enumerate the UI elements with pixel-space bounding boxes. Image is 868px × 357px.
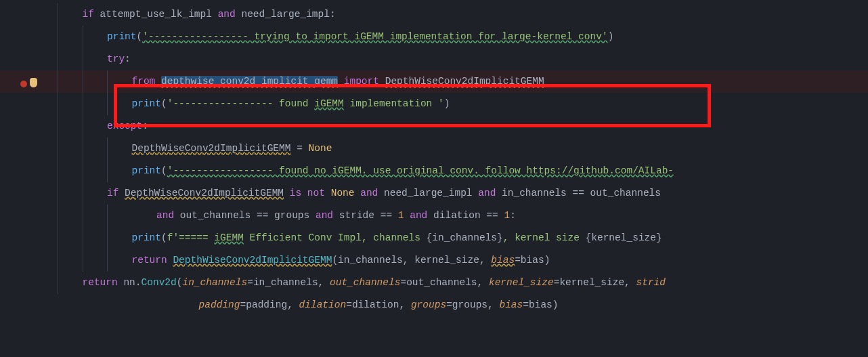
lightbulb-icon[interactable] <box>30 78 37 87</box>
fn-print: print <box>132 98 162 109</box>
code-line[interactable]: print(f'===== iGEMM Efficient Conv Impl,… <box>58 227 868 249</box>
string-literal: Efficient Conv Impl, channels <box>244 232 427 243</box>
identifier: need_large_impl <box>384 188 473 198</box>
keyword-and: and <box>360 188 378 198</box>
keyword-and: and <box>316 210 333 221</box>
code-editor[interactable]: if attempt_use_lk_impl and need_large_im… <box>0 0 868 316</box>
string-literal: '----------------- found no iGEMM. use o… <box>167 165 674 176</box>
keyword-except: except <box>107 121 142 131</box>
code-line[interactable]: print('----------------- found iGEMM imp… <box>58 93 868 115</box>
number: 1 <box>398 210 404 221</box>
identifier: attempt_use_lk_impl <box>100 9 212 20</box>
class-name: DepthWiseConv2dImplicitGEMM <box>385 76 544 87</box>
string-literal: , kernel size <box>503 232 586 243</box>
code-line[interactable]: print('----------------- trying to impor… <box>58 26 868 48</box>
punct: , <box>403 255 414 266</box>
code-line[interactable]: if DepthWiseConv2dImplicitGEMM is not No… <box>58 182 868 205</box>
identifier: in_channels <box>432 232 497 243</box>
brace: { <box>586 232 592 243</box>
identifier: kernel_size <box>414 255 479 266</box>
op-eq: == <box>381 210 392 221</box>
identifier: groups <box>452 299 487 310</box>
punct: : <box>142 121 148 131</box>
op-assign: = <box>290 143 308 154</box>
param-name: bias <box>491 255 515 266</box>
param-name: out_channels <box>330 277 400 288</box>
keyword-and: and <box>156 210 174 221</box>
keyword-if: if <box>107 188 118 198</box>
module: nn <box>123 277 135 288</box>
keyword-and: and <box>410 210 427 221</box>
identifier: out_channels <box>180 210 251 221</box>
code-line[interactable]: DepthWiseConv2dImplicitGEMM = None <box>58 138 868 160</box>
punct: : <box>125 54 131 64</box>
identifier: out_channels <box>406 277 477 288</box>
identifier: need_large_impl <box>241 9 330 20</box>
keyword-if: if <box>83 9 94 20</box>
identifier: bias <box>529 299 552 310</box>
punct: , <box>479 255 491 266</box>
param-name: padding <box>199 299 240 310</box>
string-literal: iGEMM <box>314 98 344 109</box>
identifier: kernel_size <box>591 232 656 243</box>
identifier: out_channels <box>590 188 661 198</box>
identifier: in_channels <box>502 188 567 198</box>
class-name: DepthWiseConv2dImplicitGEMM <box>132 143 291 154</box>
punct: : <box>330 9 336 20</box>
string-literal: '----------------- trying to import iGEM… <box>142 31 607 42</box>
class-name: DepthWiseConv2dImplicitGEMM <box>125 188 284 198</box>
punct: . <box>135 277 142 288</box>
keyword-from: from <box>132 76 156 87</box>
string-literal: implementation ' <box>344 98 444 109</box>
param-name: bias <box>499 299 523 310</box>
keyword-return: return <box>83 277 118 288</box>
number: 1 <box>504 210 510 221</box>
code-line[interactable]: from depthwise_conv2d_implicit_gemm impo… <box>58 70 868 93</box>
breakpoint-icon[interactable] <box>20 81 27 87</box>
identifier: groups <box>274 210 309 221</box>
keyword-isnot: is not <box>290 188 325 198</box>
fn-print: print <box>107 31 137 42</box>
keyword-and: and <box>218 9 236 20</box>
param-name: groups <box>411 299 446 310</box>
identifier: stride <box>339 210 374 221</box>
builtin-none: None <box>309 143 332 154</box>
param-name: strid <box>636 277 666 288</box>
op-eq: == <box>257 210 268 221</box>
brace: { <box>427 232 433 243</box>
op-eq: == <box>486 210 498 221</box>
identifier: kernel_size <box>559 277 624 288</box>
code-line[interactable]: except: <box>58 115 868 138</box>
code-line[interactable]: try: <box>58 48 868 70</box>
code-line[interactable]: return nn.Conv2d(in_channels=in_channels… <box>58 272 868 294</box>
code-line[interactable]: print('----------------- found no iGEMM.… <box>58 160 868 182</box>
gutter[interactable] <box>0 70 58 93</box>
keyword-try: try <box>107 54 125 64</box>
string-literal: f'===== <box>167 232 215 243</box>
brace: } <box>497 232 503 243</box>
code-line[interactable]: padding=padding, dilation=dilation, grou… <box>58 294 868 316</box>
identifier: dilation <box>433 210 481 221</box>
builtin-none: None <box>331 188 355 198</box>
class-call: DepthWiseConv2dImplicitGEMM <box>173 255 332 266</box>
string-literal: '----------------- found <box>167 98 315 109</box>
class-call: Conv2d <box>142 277 177 288</box>
code-line[interactable]: and out_channels == groups and stride ==… <box>58 205 868 227</box>
fn-print: print <box>132 232 162 243</box>
module-name: depthwise_conv2d_implicit_gemm <box>161 76 338 87</box>
string-literal: iGEMM <box>214 232 244 243</box>
param-name: in_channels <box>182 277 247 288</box>
identifier: in_channels <box>253 277 318 288</box>
code-line[interactable]: return DepthWiseConv2dImplicitGEMM(in_ch… <box>58 249 868 272</box>
param-name: dilation <box>299 299 347 310</box>
identifier: dilation <box>352 299 399 310</box>
param-name: kernel_size <box>489 277 554 288</box>
identifier: bias <box>521 255 544 266</box>
fn-print: print <box>132 165 162 176</box>
punct: : <box>510 210 516 221</box>
identifier: padding <box>246 299 287 310</box>
code-line[interactable]: if attempt_use_lk_impl and need_large_im… <box>58 3 868 26</box>
identifier: in_channels <box>338 255 403 266</box>
op-eq: == <box>572 188 584 198</box>
op-assign: = <box>515 255 521 266</box>
